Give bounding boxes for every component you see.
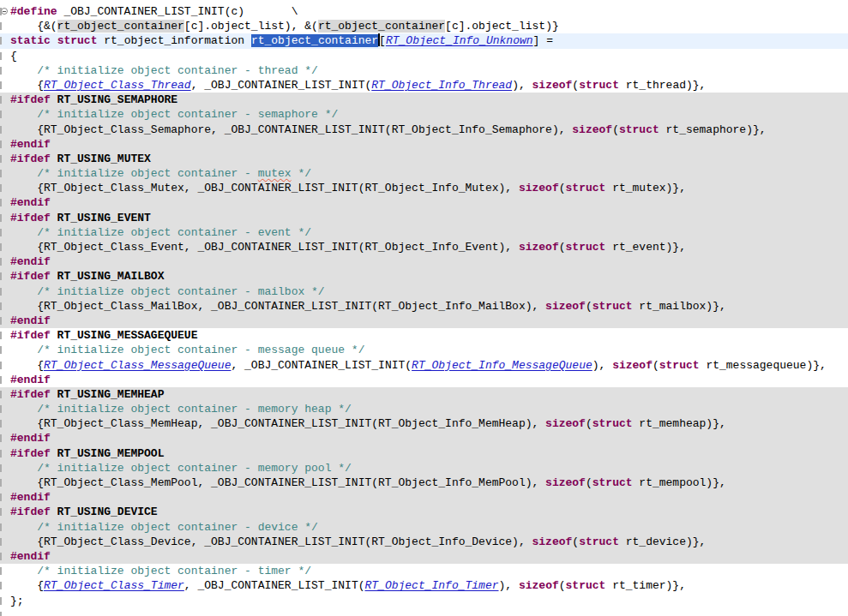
code-text: rt_thread)}, [619,79,706,92]
code-line-content: #ifdef RT_USING_MEMHEAP [9,387,848,402]
gutter-mark [0,597,2,605]
editor-gutter [0,181,9,195]
code-line-content: #ifdef RT_USING_MAILBOX [9,269,848,284]
macro-name: RT_USING_MEMPOOL [51,447,165,460]
code-line-34[interactable]: #endif [0,490,848,505]
code-line-15[interactable]: #ifdef RT_USING_EVENT [0,211,848,225]
gutter-mark [0,362,2,369]
code-line-content: #endif [9,431,848,446]
macro-name: RT_USING_MAILBOX [51,270,165,283]
code-line-33[interactable]: {RT_Object_Class_MemPool, _OBJ_CONTAINER… [0,475,848,490]
code-line-40[interactable]: {RT_Object_Class_Timer, _OBJ_CONTAINER_L… [0,578,848,593]
code-text: {RT_Object_Class_Device, _OBJ_CONTAINER_… [10,535,532,548]
code-line-18[interactable]: #endif [0,254,848,269]
code-line-12[interactable]: /* initialize object container - mutex *… [0,166,848,181]
code-line-42[interactable] [0,608,848,616]
symbol-reference: RT_Object_Class_Timer [44,579,184,592]
code-line-38[interactable]: #endif [0,549,848,564]
code-line-32[interactable]: /* initialize object container - memory … [0,461,848,475]
symbol-reference: RT_Object_Info_MessageQueue [412,359,592,372]
code-line-8[interactable]: /* initialize object container - semapho… [0,107,848,122]
editor-gutter [0,387,9,402]
gutter-mark [0,391,2,398]
code-line-36[interactable]: /* initialize object container - device … [0,520,848,535]
preprocessor-directive: #ifdef [10,388,51,401]
code-editor[interactable]: #define _OBJ_CONTAINER_LIST_INIT(c) \ {&… [0,0,848,616]
preprocessor-directive: #ifdef [10,329,51,342]
code-line-19[interactable]: #ifdef RT_USING_MAILBOX [0,269,848,284]
code-line-content: {RT_Object_Class_MemPool, _OBJ_CONTAINER… [9,475,848,490]
fold-collapse-icon[interactable] [1,8,8,15]
code-line-content: #endif [9,490,848,505]
code-text: ( [612,123,619,136]
code-line-7[interactable]: #ifdef RT_USING_SEMAPHORE [0,93,848,107]
gutter-mark [0,184,2,192]
code-line-content: #endif [9,254,848,269]
code-line-30[interactable]: #endif [0,431,848,446]
editor-gutter [0,520,9,535]
code-line-10[interactable]: #endif [0,137,848,152]
code-line-6[interactable]: {RT_Object_Class_Thread, _OBJ_CONTAINER_… [0,78,848,93]
code-line-2[interactable]: {&(rt_object_container[c].object_list), … [0,19,848,33]
keyword: sizeof [519,241,559,254]
code-line-27[interactable]: #ifdef RT_USING_MEMHEAP [0,387,848,402]
code-line-35[interactable]: #ifdef RT_USING_DEVICE [0,505,848,519]
code-text: rt_device)}, [619,535,706,548]
occurrence-highlight: rt_object_container [57,20,184,33]
code-line-25[interactable]: {RT_Object_Class_MessageQueue, _OBJ_CONT… [0,358,848,373]
code-line-17[interactable]: {RT_Object_Class_Event, _OBJ_CONTAINER_L… [0,240,848,254]
comment: /* initialize object container - memory … [10,403,352,416]
code-line-9[interactable]: {RT_Object_Class_Semaphore, _OBJ_CONTAIN… [0,123,848,137]
code-text: { [10,79,44,92]
code-line-1[interactable]: #define _OBJ_CONTAINER_LIST_INIT(c) \ [0,4,848,19]
gutter-mark [0,346,2,354]
gutter-mark [0,567,2,575]
code-line-content: /* initialize object container - mailbox… [9,284,848,299]
code-line-26[interactable]: #endif [0,373,848,387]
code-line-content: {&(rt_object_container[c].object_list), … [9,19,848,33]
code-line-23[interactable]: #ifdef RT_USING_MESSAGEQUEUE [0,328,848,343]
editor-gutter [0,343,9,357]
editor-gutter [0,49,9,63]
code-line-22[interactable]: #endif [0,314,848,328]
code-line-11[interactable]: #ifdef RT_USING_MUTEX [0,152,848,166]
code-line-21[interactable]: {RT_Object_Class_MailBox, _OBJ_CONTAINER… [0,299,848,314]
code-line-content: {RT_Object_Class_Device, _OBJ_CONTAINER_… [9,535,848,549]
editor-gutter [0,137,9,152]
keyword: sizeof [612,359,653,372]
code-line-content: /* initialize object container - mutex *… [9,166,848,181]
code-line-3[interactable]: static struct rt_object_information rt_o… [0,33,848,48]
code-line-14[interactable]: #endif [0,195,848,210]
code-line-16[interactable]: /* initialize object container - event *… [0,225,848,240]
code-line-4[interactable]: { [0,49,848,63]
code-line-24[interactable]: /* initialize object container - message… [0,343,848,357]
code-text: { [10,50,17,63]
selected-text[interactable]: rt_object_container [251,34,378,47]
code-line-13[interactable]: {RT_Object_Class_Mutex, _OBJ_CONTAINER_L… [0,181,848,195]
code-line-20[interactable]: /* initialize object container - mailbox… [0,284,848,299]
editor-gutter [0,93,9,107]
code-line-5[interactable]: /* initialize object container - thread … [0,63,848,78]
keyword: sizeof [545,300,586,313]
code-text: {&( [10,20,57,33]
preprocessor-directive: #endif [10,196,51,209]
editor-gutter [0,535,9,549]
code-line-content: #ifdef RT_USING_SEMAPHORE [9,93,848,107]
macro-name: RT_USING_MEMHEAP [51,388,165,401]
code-text [51,34,57,47]
editor-gutter [0,240,9,254]
gutter-mark [0,155,2,163]
editor-gutter [0,416,9,431]
code-line-41[interactable]: }; [0,594,848,608]
code-line-28[interactable]: /* initialize object container - memory … [0,402,848,416]
keyword: sizeof [532,535,573,548]
comment: /* initialize object container - semapho… [10,108,338,121]
code-line-31[interactable]: #ifdef RT_USING_MEMPOOL [0,446,848,461]
code-text: rt_event)}, [605,241,686,254]
code-line-39[interactable]: /* initialize object container - timer *… [0,564,848,578]
code-line-content: static struct rt_object_information rt_o… [9,33,848,48]
gutter-mark [0,479,2,487]
code-line-37[interactable]: {RT_Object_Class_Device, _OBJ_CONTAINER_… [0,535,848,549]
preprocessor-directive: #define [10,5,57,18]
code-line-29[interactable]: {RT_Object_Class_MemHeap, _OBJ_CONTAINER… [0,416,848,431]
